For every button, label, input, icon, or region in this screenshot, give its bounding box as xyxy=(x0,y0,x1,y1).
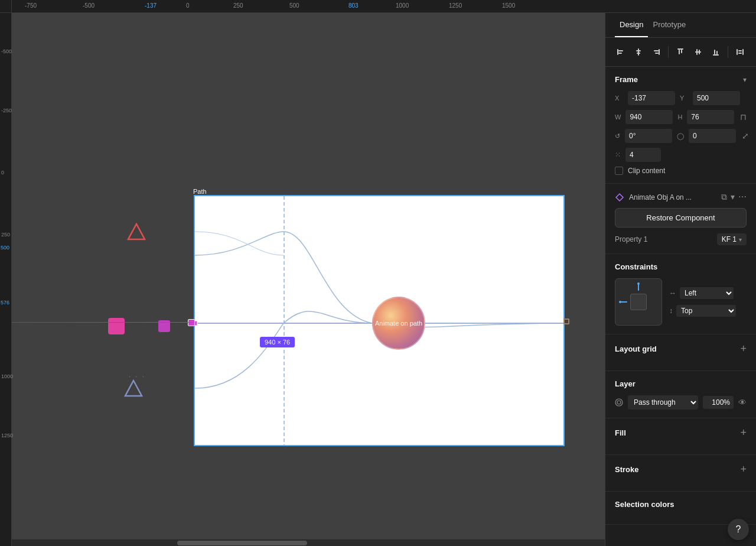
component-name: Animate Obj A on ... xyxy=(629,193,716,202)
v-constraint-row: ↕ Top Bottom Center Top & Bottom Scale xyxy=(669,305,736,317)
align-right-button[interactable] xyxy=(648,44,664,60)
svg-rect-28 xyxy=(738,53,742,54)
ruler-mark-active: 803 xyxy=(348,2,359,9)
shape-triangle-down xyxy=(124,379,143,401)
horizontal-scrollbar[interactable] xyxy=(12,539,605,546)
property1-label: Property 1 xyxy=(615,235,647,243)
opacity-input[interactable] xyxy=(703,396,734,409)
h-constraint-select[interactable]: Left Right Center Left & Right Scale xyxy=(680,287,734,299)
svg-rect-26 xyxy=(742,49,744,55)
wh-row: W H ⊓ xyxy=(615,110,747,124)
constraint-left-dot xyxy=(619,301,621,303)
ruler-mark: 1250 xyxy=(449,2,462,9)
stroke-section: Stroke + xyxy=(605,455,756,492)
shape-triangle-up xyxy=(127,223,146,244)
stroke-title: Stroke xyxy=(615,465,638,474)
component-row: Animate Obj A on ... ⧉ ▾ ⋯ xyxy=(615,192,747,202)
canvas-inner: · · · Path xyxy=(12,13,605,546)
grid-icon: ⁙ xyxy=(615,151,621,159)
restore-component-button[interactable]: Restore Component xyxy=(615,208,747,228)
property1-chevron: ▾ xyxy=(739,236,742,243)
fill-add-button[interactable]: + xyxy=(740,427,747,439)
align-left-button[interactable] xyxy=(612,44,629,60)
distribute-button[interactable] xyxy=(732,44,748,60)
layer-title: Layer xyxy=(615,379,636,388)
v-constraint-icon: ↕ xyxy=(669,307,673,315)
y-input[interactable] xyxy=(693,91,740,105)
tab-design[interactable]: Design xyxy=(615,13,648,37)
angle-radius-row: ↺ ◯ ⤢ xyxy=(615,129,747,143)
svg-rect-16 xyxy=(677,48,683,50)
component-actions: ⧉ ▾ ⋯ xyxy=(721,192,747,202)
tab-prototype[interactable]: Prototype xyxy=(648,13,690,37)
panel-tabs: Design Prototype xyxy=(605,13,756,38)
scrollbar-thumb[interactable] xyxy=(177,541,307,545)
svg-rect-20 xyxy=(696,49,698,55)
layout-grid-add-button[interactable]: + xyxy=(740,343,747,355)
svg-rect-12 xyxy=(637,53,640,54)
help-spacer: ? xyxy=(605,525,756,546)
expand-icon[interactable]: ⤢ xyxy=(742,131,749,141)
svg-rect-21 xyxy=(699,50,700,54)
radius-input[interactable] xyxy=(689,129,736,143)
align-middle-v-button[interactable] xyxy=(690,44,706,60)
svg-rect-6 xyxy=(195,321,197,326)
visibility-toggle-button[interactable]: 👁 xyxy=(738,398,747,407)
radius-icon: ◯ xyxy=(677,132,684,140)
property1-value[interactable]: KF 1 ▾ xyxy=(717,233,747,245)
right-panel: Design Prototype xyxy=(605,13,756,546)
align-bottom-button[interactable] xyxy=(708,44,724,60)
fill-title: Fill xyxy=(615,428,626,437)
h-label: H xyxy=(677,113,682,121)
blend-mode-select[interactable]: Pass through Normal Multiply Screen Over… xyxy=(628,395,698,410)
align-center-h-button[interactable] xyxy=(630,44,647,60)
x-label: X xyxy=(615,95,623,102)
size-badge: 940 × 76 xyxy=(260,337,295,347)
help-button[interactable]: ? xyxy=(728,519,749,540)
svg-rect-10 xyxy=(638,48,639,56)
clip-content-checkbox[interactable] xyxy=(615,167,623,175)
align-top-button[interactable] xyxy=(672,44,689,60)
clip-content-row: Clip content xyxy=(615,167,747,175)
v-constraint-select[interactable]: Top Bottom Center Top & Bottom Scale xyxy=(676,305,736,317)
ellipsis-dots: · · · xyxy=(129,373,146,380)
ruler-left-mark: 1250 xyxy=(1,433,13,438)
component-link-icon[interactable]: ⧉ xyxy=(721,192,727,202)
fill-section: Fill + xyxy=(605,418,756,455)
component-dropdown-icon[interactable]: ▾ xyxy=(731,192,735,202)
angle-input[interactable] xyxy=(625,129,672,143)
svg-marker-0 xyxy=(128,224,145,239)
selection-colors-header: Selection colors xyxy=(615,500,747,509)
ruler-mark: 500 xyxy=(289,2,299,9)
shape-square-pink xyxy=(108,318,125,334)
frame-dropdown-icon[interactable]: ▾ xyxy=(743,76,747,84)
svg-rect-13 xyxy=(659,49,660,55)
ruler-mark: 250 xyxy=(233,2,243,9)
layer-section-header: Layer xyxy=(615,379,747,388)
lock-ratio-icon[interactable]: ⊓ xyxy=(740,112,747,122)
svg-rect-17 xyxy=(679,50,680,54)
x-input[interactable] xyxy=(628,91,675,105)
frame-box[interactable]: 940 × 76 Animate on path xyxy=(194,195,565,446)
w-label: W xyxy=(615,113,621,121)
layer-section: Layer Pass through Normal Multiply Scree… xyxy=(605,371,756,418)
layer-row: Pass through Normal Multiply Screen Over… xyxy=(615,395,747,410)
frame-title: Frame xyxy=(615,75,638,84)
constraints-visual xyxy=(615,278,662,326)
blend-mode-icon xyxy=(615,398,623,407)
h-input[interactable] xyxy=(687,110,734,124)
constraints-section: Constraints ↔ Left Rig xyxy=(605,254,756,334)
ruler-left-mark-active: 500 xyxy=(1,245,9,251)
layout-grid-section: Layout grid + xyxy=(605,334,756,371)
layout-grid-header: Layout grid + xyxy=(615,343,747,355)
canvas-area[interactable]: -500 -250 0 250 500 576 1000 1250 xyxy=(0,13,605,546)
w-input[interactable] xyxy=(625,110,673,124)
svg-rect-9 xyxy=(618,53,622,54)
stroke-add-button[interactable]: + xyxy=(740,463,747,476)
svg-rect-8 xyxy=(618,50,623,51)
grid-input[interactable] xyxy=(625,148,661,162)
svg-point-30 xyxy=(617,401,621,404)
constraint-top-dot xyxy=(637,282,640,285)
component-more-icon[interactable]: ⋯ xyxy=(738,192,747,202)
path-node-right xyxy=(563,318,569,324)
